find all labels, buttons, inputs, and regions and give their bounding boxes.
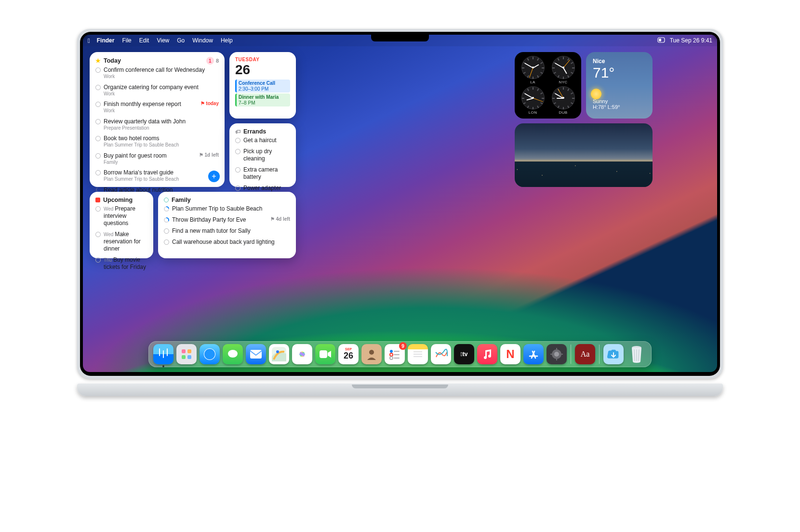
reminder-day: Thu (104, 257, 113, 263)
reminder-item[interactable]: Find a new math tutor for Sally (164, 226, 290, 237)
dock-music-icon[interactable] (477, 344, 497, 364)
calendar-icon (95, 198, 100, 202)
checkbox-icon[interactable] (235, 138, 240, 143)
reminder-item[interactable]: Wed Prepare interview questions (95, 203, 147, 229)
control-center-icon[interactable] (657, 37, 665, 44)
dock-facetime-icon[interactable] (315, 344, 335, 364)
app-menu[interactable]: Finder (97, 37, 115, 44)
menu-help[interactable]: Help (221, 37, 233, 44)
calendar-event[interactable]: Dinner with Maria 7–8 PM (235, 93, 290, 106)
dock-notes-icon[interactable] (408, 344, 428, 364)
reminder-item[interactable]: Extra camera battery (235, 164, 290, 183)
checkbox-icon[interactable] (95, 153, 101, 159)
reminder-item[interactable]: Call warehouse about back yard lighting (164, 237, 290, 248)
dock-mail-icon[interactable] (246, 344, 266, 364)
checkbox-icon[interactable] (235, 149, 240, 154)
dock-freeform-icon[interactable] (431, 344, 451, 364)
dock-photos-icon[interactable] (292, 344, 312, 364)
reminder-item[interactable]: Wed Make reservation for dinner (95, 229, 147, 254)
dock-news-icon[interactable]: N (500, 344, 520, 364)
svg-rect-11 (250, 350, 262, 359)
svg-point-13 (276, 350, 279, 353)
widget-world-clock[interactable]: LANYCLONDUB (515, 52, 581, 119)
reminder-item[interactable]: Pick up dry cleaning (235, 146, 290, 164)
widget-reminders-errands[interactable]: 🏷Errands Get a haircutPick up dry cleani… (229, 123, 296, 187)
reminder-title: Pick up dry cleaning (243, 148, 290, 162)
reminder-item[interactable]: Throw Birthday Party for Eve⚑ 4d left (164, 214, 290, 226)
reminder-item[interactable]: Get a haircut (235, 135, 290, 146)
widget-reminders-today[interactable]: ★ Today 1 8 Confirm conference call for … (90, 52, 225, 187)
reminder-list-name: Work (104, 91, 219, 97)
progress-icon[interactable] (164, 206, 169, 212)
dock-contacts-icon[interactable] (361, 344, 382, 364)
widget-reminders-family[interactable]: Family Plan Summer Trip to Sauble BeachT… (158, 192, 296, 258)
svg-rect-20 (320, 350, 327, 358)
dock-appstore-icon[interactable] (523, 344, 544, 364)
dock-calendar-icon[interactable]: SEP 26 (338, 344, 359, 364)
checkbox-icon[interactable] (235, 167, 240, 173)
reminder-item[interactable]: Plan Summer Trip to Sauble Beach (164, 203, 290, 214)
tonight-icon[interactable]: ☾ (95, 187, 101, 192)
reminder-item[interactable]: Borrow Maria's travel guidePlan Summer T… (95, 167, 219, 185)
svg-rect-37 (556, 348, 557, 350)
desktop[interactable]:  Finder File Edit View Go Window Help (83, 35, 717, 372)
dock-maps-icon[interactable] (269, 344, 289, 364)
reminder-title: Extra camera battery (243, 166, 290, 181)
reminder-item[interactable]: Book two hotel roomsPlan Summer Trip to … (95, 133, 219, 150)
checkbox-icon[interactable] (95, 206, 101, 212)
checkbox-icon[interactable] (95, 102, 101, 107)
widget-photos[interactable] (515, 123, 653, 187)
checkbox-icon[interactable] (164, 228, 169, 234)
reminder-title: Plan Summer Trip to Sauble Beach (172, 205, 290, 213)
widget-weather[interactable]: Nice 71° Sunny H:78° L:59° (586, 52, 653, 119)
reminder-due-tag: ⚑ today (200, 101, 219, 106)
svg-rect-25 (394, 354, 400, 355)
add-reminder-button[interactable]: + (208, 171, 220, 182)
dock-messages-icon[interactable] (223, 344, 243, 364)
widget-calendar[interactable]: TUESDAY 26 Conference Call 2:30–3:00 PM … (229, 52, 296, 119)
widget-reminders-upcoming[interactable]: Upcoming Wed Prepare interview questions… (90, 192, 153, 258)
dock-tv-icon[interactable]: tv (454, 344, 474, 364)
list-icon (164, 198, 169, 202)
checkbox-icon[interactable] (235, 186, 240, 191)
checkbox-icon[interactable] (95, 170, 101, 175)
dock-settings-icon[interactable] (547, 344, 567, 364)
reminder-title: Find a new math tutor for Sally (172, 227, 290, 235)
tag-icon: 🏷 (235, 129, 240, 134)
reminder-title: Call warehouse about back yard lighting (172, 239, 290, 246)
checkbox-icon[interactable] (95, 119, 101, 124)
dock-dictionary-icon[interactable]: Aa (575, 344, 595, 364)
checkbox-icon[interactable] (95, 257, 101, 263)
reminder-item[interactable]: Confirm conference call for WednesdayWor… (95, 65, 219, 82)
progress-icon[interactable] (164, 217, 169, 223)
menu-view[interactable]: View (157, 37, 169, 44)
reminder-list-name: Plan Summer Trip to Sauble Beach (104, 176, 219, 183)
apple-menu-icon[interactable]:  (88, 37, 90, 44)
dock-trash-icon[interactable] (627, 344, 647, 364)
reminder-item[interactable]: Review quarterly data with JohnPrepare P… (95, 116, 219, 133)
reminder-list-name: Work (104, 74, 219, 80)
dock-finder-icon[interactable] (153, 344, 173, 364)
dock-safari-icon[interactable] (200, 344, 220, 364)
reminder-item[interactable]: Thu Buy movie tickets for Friday (95, 254, 147, 273)
menu-window[interactable]: Window (192, 37, 213, 44)
reminder-day: Wed (104, 206, 115, 212)
reminder-item[interactable]: Organize catering for company eventWork (95, 82, 219, 99)
checkbox-icon[interactable] (95, 67, 101, 73)
menu-file[interactable]: File (122, 37, 131, 44)
menu-edit[interactable]: Edit (139, 37, 149, 44)
clock-city-label: NYC (559, 80, 567, 84)
dock-downloads-icon[interactable] (603, 344, 624, 364)
checkbox-icon[interactable] (95, 136, 101, 141)
dock-reminders-icon[interactable]: 9 (385, 344, 405, 364)
dock-launchpad-icon[interactable] (176, 344, 197, 364)
clock-nyc: NYC (549, 56, 577, 84)
checkbox-icon[interactable] (95, 232, 101, 237)
reminder-item[interactable]: Finish monthly expense reportWork⚑ today (95, 99, 219, 116)
checkbox-icon[interactable] (95, 85, 101, 90)
menubar-datetime[interactable]: Tue Sep 26 9:41 (670, 37, 712, 44)
reminder-item[interactable]: Buy paint for guest roomFamily⚑ 1d left (95, 150, 219, 168)
menu-go[interactable]: Go (177, 37, 185, 44)
calendar-event[interactable]: Conference Call 2:30–3:00 PM (235, 80, 290, 93)
checkbox-icon[interactable] (164, 239, 169, 245)
